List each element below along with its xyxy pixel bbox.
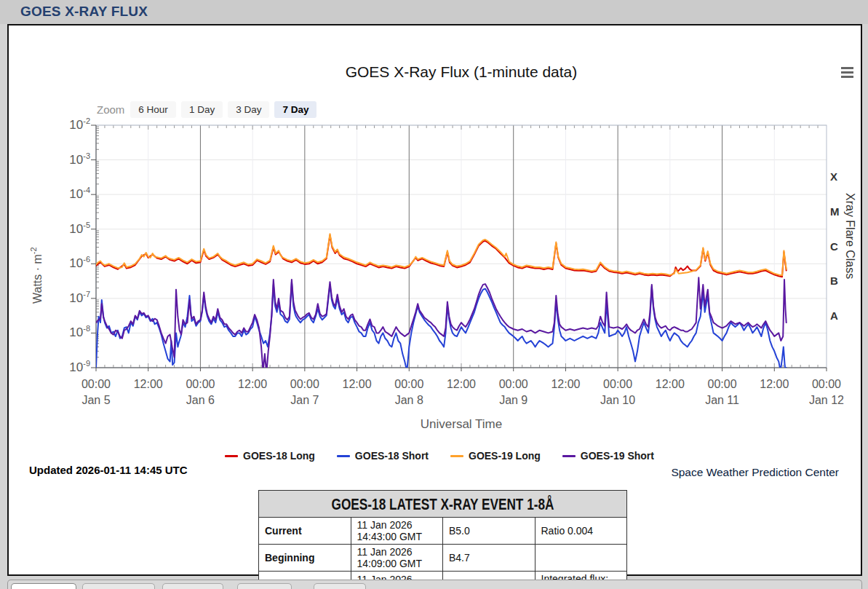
- page: GOES X-RAY FLUX GOES X-Ray Flux (1-minut…: [0, 0, 868, 589]
- bottom-tab-strip: [7, 580, 862, 589]
- zoom-button-1-day[interactable]: 1 Day: [181, 101, 223, 118]
- y-axis-title: Watts · m-2: [29, 187, 44, 304]
- chart-card: GOES X-Ray Flux (1-minute data) Zoom 6 H…: [7, 24, 862, 576]
- x-tick-time: 12:00: [752, 378, 796, 391]
- legend-item-goes-18-short[interactable]: GOES-18 Short: [337, 450, 429, 462]
- y-tick-label: 10-6: [38, 255, 90, 271]
- x-tick-date: Jan 9: [492, 394, 535, 407]
- zoom-buttons: 6 Hour1 Day3 Day7 Day: [130, 103, 322, 116]
- x-tick-time: 00:00: [178, 378, 222, 391]
- event-row-beginning: Beginning11 Jan 2026 14:09:00 GMTB4.7: [259, 545, 627, 572]
- y-tick-label: 10-4: [38, 186, 90, 202]
- x-tick-date: Jan 8: [387, 394, 431, 407]
- cell-time: 11 Jan 2026 14:43:00 GMT: [351, 518, 443, 545]
- cell-class: B4.7: [443, 545, 535, 572]
- flare-class-label: M: [830, 205, 840, 218]
- x-tick-date: Jan 5: [74, 394, 118, 407]
- flux-plot[interactable]: [96, 125, 827, 368]
- event-table-title: GOES-18 LATEST X-RAY EVENT 1-8Å: [332, 494, 554, 513]
- x-tick-time: 12:00: [439, 378, 483, 391]
- x-tick-time: 12:00: [544, 378, 587, 391]
- swpc-credit: Space Weather Prediction Center: [671, 466, 839, 479]
- legend-series-name: GOES-18 Long: [243, 450, 315, 462]
- x-tick-date: Jan 7: [283, 394, 327, 407]
- hamburger-bar: [841, 71, 853, 74]
- legend-series-name: GOES-18 Short: [355, 450, 429, 462]
- legend-series-name: GOES-19 Long: [469, 450, 541, 462]
- y-tick-label: 10-5: [38, 221, 90, 237]
- zoom-label: Zoom: [97, 103, 124, 116]
- y2-axis-title: Xray Flare Class: [843, 193, 856, 279]
- legend-swatch: [225, 455, 238, 457]
- bottom-tab-5[interactable]: [314, 583, 366, 589]
- bottom-tab-3[interactable]: [162, 583, 223, 589]
- bottom-tab-1[interactable]: [11, 583, 76, 589]
- flare-class-label: A: [830, 309, 838, 322]
- x-tick-time: 00:00: [701, 378, 744, 391]
- legend-item-goes-19-short[interactable]: GOES-19 Short: [562, 450, 654, 462]
- hamburger-bar: [841, 67, 853, 69]
- x-tick-time: 00:00: [283, 378, 327, 391]
- hamburger-menu-icon[interactable]: [841, 67, 856, 79]
- chart-title: GOES X-Ray Flux (1-minute data): [96, 63, 827, 81]
- y-tick-label: 10-7: [38, 290, 90, 306]
- x-tick-date: Jan 11: [701, 394, 744, 407]
- cell-time: 11 Jan 2026 14:09:00 GMT: [351, 545, 443, 572]
- legend-series-name: GOES-19 Short: [581, 450, 654, 462]
- x-tick-time: 00:00: [805, 378, 848, 391]
- x-tick-time: 00:00: [387, 378, 431, 391]
- xray-event-table: GOES-18 LATEST X-RAY EVENT 1-8Å Current1…: [258, 490, 627, 589]
- zoom-range-selector: Zoom 6 Hour1 Day3 Day7 Day: [97, 100, 322, 118]
- legend-item-goes-18-long[interactable]: GOES-18 Long: [225, 450, 315, 462]
- x-tick-time: 00:00: [596, 378, 640, 391]
- flare-class-label: B: [830, 274, 838, 287]
- x-tick-time: 12:00: [335, 378, 379, 391]
- flare-class-label: X: [830, 170, 837, 183]
- chart-legend: GOES-18 LongGOES-18 ShortGOES-19 LongGOE…: [96, 450, 783, 462]
- page-title: GOES X-RAY FLUX: [20, 4, 148, 20]
- x-tick-date: Jan 6: [178, 394, 222, 407]
- y-tick-label: 10-2: [38, 116, 90, 133]
- page-header-bar: GOES X-RAY FLUX: [0, 0, 868, 24]
- y-tick-label: 10-3: [38, 151, 90, 167]
- x-tick-time: 12:00: [231, 378, 274, 391]
- updated-timestamp: Updated 2026-01-11 14:45 UTC: [29, 464, 188, 476]
- zoom-button-3-day[interactable]: 3 Day: [228, 101, 269, 118]
- x-tick-date: Jan 12: [805, 394, 848, 407]
- y-tick-label: 10-9: [38, 359, 90, 375]
- zoom-button-6-hour[interactable]: 6 Hour: [130, 101, 176, 118]
- legend-swatch: [562, 455, 576, 457]
- bottom-tab-2[interactable]: [82, 583, 155, 589]
- cell-class: B5.0: [443, 518, 535, 545]
- x-tick-date: Jan 10: [596, 394, 640, 407]
- x-tick-time: 12:00: [127, 378, 170, 391]
- zoom-button-7-day[interactable]: 7 Day: [274, 101, 316, 118]
- x-tick-time: 00:00: [74, 378, 118, 391]
- x-tick-time: 12:00: [648, 378, 692, 391]
- cell-info: Ratio 0.004: [535, 518, 627, 545]
- cell-label: Current: [259, 518, 351, 545]
- event-row-current: Current11 Jan 2026 14:43:00 GMTB5.0Ratio…: [259, 518, 627, 545]
- cell-label: Beginning: [259, 545, 351, 572]
- legend-swatch: [450, 455, 463, 457]
- flare-class-label: C: [830, 240, 838, 253]
- y-tick-label: 10-8: [38, 324, 90, 340]
- bottom-tab-4[interactable]: [237, 583, 292, 589]
- cell-info: [535, 545, 627, 572]
- event-table-header: GOES-18 LATEST X-RAY EVENT 1-8Å: [259, 491, 627, 518]
- hamburger-bar: [841, 76, 853, 78]
- legend-swatch: [337, 455, 350, 457]
- x-tick-time: 00:00: [492, 378, 535, 391]
- legend-item-goes-19-long[interactable]: GOES-19 Long: [450, 450, 541, 462]
- x-axis-title: Universal Time: [96, 417, 827, 432]
